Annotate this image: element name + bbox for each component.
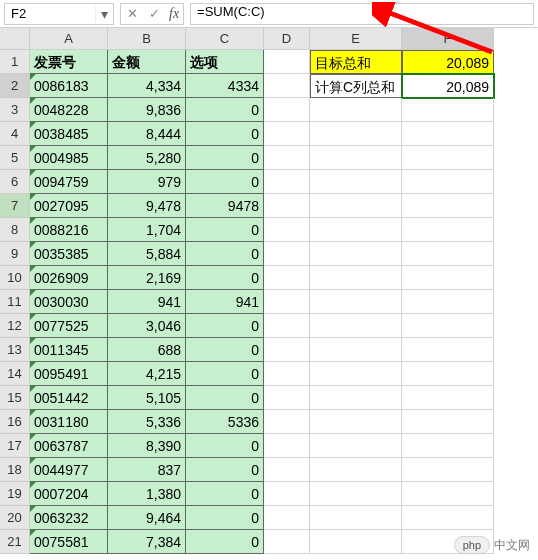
invoice-cell[interactable]: 0063787 bbox=[30, 434, 108, 458]
calc-sum-value[interactable]: 20,089 bbox=[402, 74, 494, 98]
amount-cell[interactable]: 837 bbox=[108, 458, 186, 482]
row-header-9[interactable]: 9 bbox=[0, 242, 30, 266]
cell[interactable] bbox=[402, 434, 494, 458]
cell[interactable] bbox=[402, 98, 494, 122]
cell[interactable] bbox=[310, 194, 402, 218]
cell[interactable] bbox=[310, 338, 402, 362]
cell[interactable] bbox=[402, 146, 494, 170]
cell[interactable] bbox=[310, 410, 402, 434]
calc-sum-label[interactable]: 计算C列总和 bbox=[310, 74, 402, 98]
cell[interactable] bbox=[402, 122, 494, 146]
target-sum-value[interactable]: 20,089 bbox=[402, 50, 494, 74]
cell[interactable] bbox=[264, 482, 310, 506]
cell[interactable] bbox=[264, 290, 310, 314]
row-header-5[interactable]: 5 bbox=[0, 146, 30, 170]
amount-cell[interactable]: 9,464 bbox=[108, 506, 186, 530]
cell[interactable] bbox=[402, 386, 494, 410]
invoice-cell[interactable]: 0030030 bbox=[30, 290, 108, 314]
invoice-cell[interactable]: 0004985 bbox=[30, 146, 108, 170]
cell[interactable] bbox=[402, 482, 494, 506]
cell[interactable] bbox=[402, 362, 494, 386]
row-header-17[interactable]: 17 bbox=[0, 434, 30, 458]
header-cell[interactable]: 发票号 bbox=[30, 50, 108, 74]
option-cell[interactable]: 0 bbox=[186, 266, 264, 290]
cell[interactable] bbox=[402, 314, 494, 338]
cell[interactable] bbox=[402, 458, 494, 482]
cell[interactable] bbox=[264, 74, 310, 98]
amount-cell[interactable]: 9,836 bbox=[108, 98, 186, 122]
row-header-18[interactable]: 18 bbox=[0, 458, 30, 482]
cell[interactable] bbox=[402, 410, 494, 434]
amount-cell[interactable]: 3,046 bbox=[108, 314, 186, 338]
option-cell[interactable]: 5336 bbox=[186, 410, 264, 434]
column-header-F[interactable]: F bbox=[402, 28, 494, 50]
cell[interactable] bbox=[264, 410, 310, 434]
cell[interactable] bbox=[310, 98, 402, 122]
fx-icon[interactable]: fx bbox=[165, 6, 183, 22]
cell[interactable] bbox=[310, 530, 402, 554]
row-header-19[interactable]: 19 bbox=[0, 482, 30, 506]
cell[interactable] bbox=[264, 98, 310, 122]
cell[interactable] bbox=[310, 386, 402, 410]
row-header-6[interactable]: 6 bbox=[0, 170, 30, 194]
option-cell[interactable]: 0 bbox=[186, 242, 264, 266]
column-header-B[interactable]: B bbox=[108, 28, 186, 50]
cell[interactable] bbox=[310, 242, 402, 266]
row-header-21[interactable]: 21 bbox=[0, 530, 30, 554]
cell[interactable] bbox=[264, 242, 310, 266]
invoice-cell[interactable]: 0095491 bbox=[30, 362, 108, 386]
cell[interactable] bbox=[310, 218, 402, 242]
cell[interactable] bbox=[310, 506, 402, 530]
cell[interactable] bbox=[402, 194, 494, 218]
cell[interactable] bbox=[264, 530, 310, 554]
column-header-C[interactable]: C bbox=[186, 28, 264, 50]
cell[interactable] bbox=[264, 314, 310, 338]
option-cell[interactable]: 0 bbox=[186, 122, 264, 146]
cell[interactable] bbox=[402, 506, 494, 530]
cell[interactable] bbox=[264, 218, 310, 242]
cell[interactable] bbox=[310, 146, 402, 170]
option-cell[interactable]: 0 bbox=[186, 386, 264, 410]
option-cell[interactable]: 0 bbox=[186, 506, 264, 530]
cell[interactable] bbox=[310, 122, 402, 146]
invoice-cell[interactable]: 0007204 bbox=[30, 482, 108, 506]
row-header-13[interactable]: 13 bbox=[0, 338, 30, 362]
cell[interactable] bbox=[310, 314, 402, 338]
cell[interactable] bbox=[402, 218, 494, 242]
option-cell[interactable]: 4334 bbox=[186, 74, 264, 98]
option-cell[interactable]: 941 bbox=[186, 290, 264, 314]
amount-cell[interactable]: 5,336 bbox=[108, 410, 186, 434]
row-header-16[interactable]: 16 bbox=[0, 410, 30, 434]
option-cell[interactable]: 0 bbox=[186, 218, 264, 242]
option-cell[interactable]: 0 bbox=[186, 458, 264, 482]
invoice-cell[interactable]: 0035385 bbox=[30, 242, 108, 266]
column-header-A[interactable]: A bbox=[30, 28, 108, 50]
row-header-15[interactable]: 15 bbox=[0, 386, 30, 410]
cell[interactable] bbox=[310, 458, 402, 482]
amount-cell[interactable]: 2,169 bbox=[108, 266, 186, 290]
amount-cell[interactable]: 688 bbox=[108, 338, 186, 362]
invoice-cell[interactable]: 0027095 bbox=[30, 194, 108, 218]
amount-cell[interactable]: 1,380 bbox=[108, 482, 186, 506]
header-cell[interactable]: 选项 bbox=[186, 50, 264, 74]
invoice-cell[interactable]: 0063232 bbox=[30, 506, 108, 530]
cell[interactable] bbox=[264, 194, 310, 218]
name-box[interactable]: F2 ▾ bbox=[4, 3, 114, 25]
option-cell[interactable]: 0 bbox=[186, 434, 264, 458]
cell[interactable] bbox=[264, 506, 310, 530]
cell[interactable] bbox=[310, 434, 402, 458]
row-header-20[interactable]: 20 bbox=[0, 506, 30, 530]
option-cell[interactable]: 0 bbox=[186, 98, 264, 122]
option-cell[interactable]: 0 bbox=[186, 482, 264, 506]
cell[interactable] bbox=[264, 458, 310, 482]
amount-cell[interactable]: 5,884 bbox=[108, 242, 186, 266]
amount-cell[interactable]: 8,444 bbox=[108, 122, 186, 146]
cancel-icon[interactable]: ✕ bbox=[121, 6, 143, 21]
cell[interactable] bbox=[264, 122, 310, 146]
option-cell[interactable]: 0 bbox=[186, 314, 264, 338]
option-cell[interactable]: 9478 bbox=[186, 194, 264, 218]
row-header-11[interactable]: 11 bbox=[0, 290, 30, 314]
grid[interactable]: 发票号金额选项目标总和20,08900861834,3344334计算C列总和2… bbox=[30, 50, 494, 554]
chevron-down-icon[interactable]: ▾ bbox=[95, 6, 113, 22]
cell[interactable] bbox=[264, 362, 310, 386]
